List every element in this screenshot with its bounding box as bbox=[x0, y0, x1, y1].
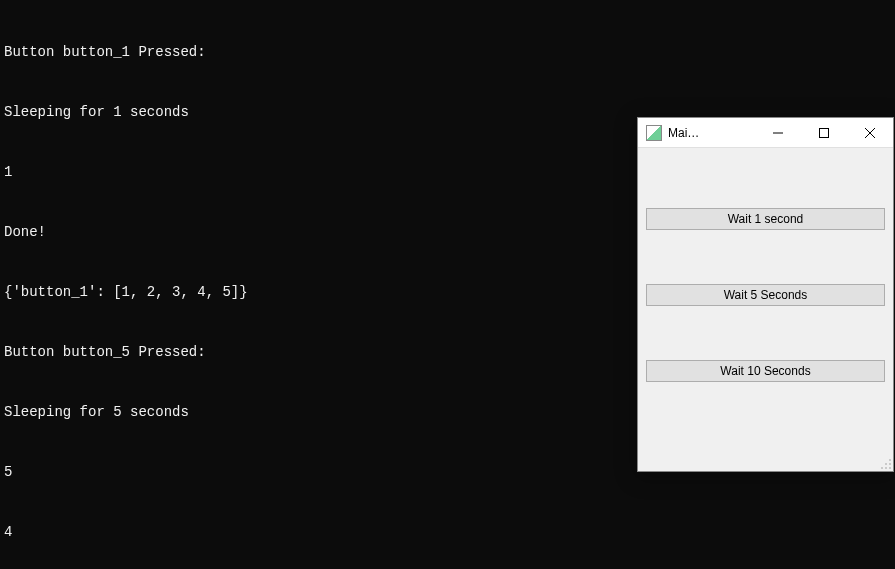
wait-10-button[interactable]: Wait 10 Seconds bbox=[646, 360, 885, 382]
minimize-icon bbox=[773, 128, 783, 138]
maximize-icon bbox=[819, 128, 829, 138]
svg-point-6 bbox=[889, 463, 891, 465]
svg-rect-1 bbox=[820, 128, 829, 137]
terminal-line: Button button_1 Pressed: bbox=[4, 42, 891, 62]
maximize-button[interactable] bbox=[801, 118, 847, 148]
resize-grip-icon bbox=[878, 456, 892, 470]
svg-point-4 bbox=[889, 459, 891, 461]
svg-point-9 bbox=[889, 467, 891, 469]
wait-10-label: Wait 10 Seconds bbox=[720, 364, 810, 378]
terminal-line: 4 bbox=[4, 522, 891, 542]
close-icon bbox=[865, 128, 875, 138]
svg-point-8 bbox=[885, 467, 887, 469]
wait-5-label: Wait 5 Seconds bbox=[724, 288, 808, 302]
wait-1-label: Wait 1 second bbox=[728, 212, 804, 226]
window-title: Mai… bbox=[668, 126, 699, 140]
main-window: Mai… Wait 1 second Wait 5 Seconds Wait 1… bbox=[637, 117, 894, 472]
window-body: Wait 1 second Wait 5 Seconds Wait 10 Sec… bbox=[638, 148, 893, 392]
wait-1-button[interactable]: Wait 1 second bbox=[646, 208, 885, 230]
svg-point-5 bbox=[885, 463, 887, 465]
app-icon bbox=[646, 125, 662, 141]
svg-point-7 bbox=[881, 467, 883, 469]
titlebar[interactable]: Mai… bbox=[638, 118, 893, 148]
wait-5-button[interactable]: Wait 5 Seconds bbox=[646, 284, 885, 306]
minimize-button[interactable] bbox=[755, 118, 801, 148]
close-button[interactable] bbox=[847, 118, 893, 148]
